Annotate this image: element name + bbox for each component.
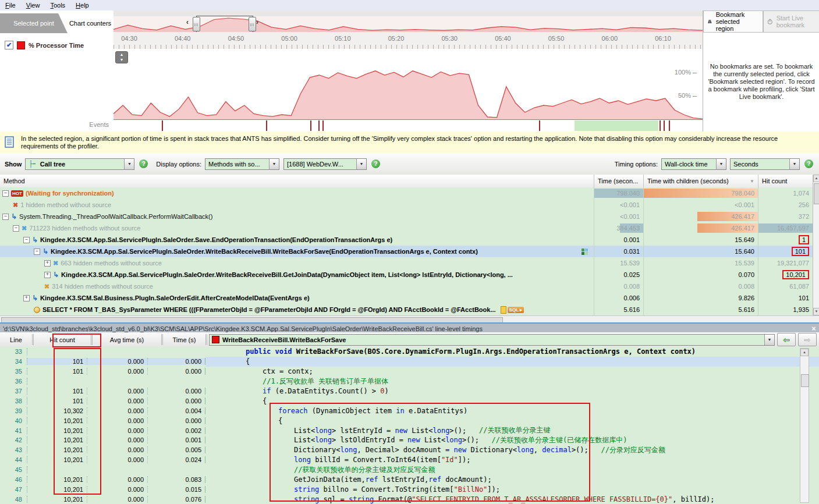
code-line[interactable]: 4210,2010.0000.001List<long> lstOldEntry… [0,435,819,445]
tree-value-time-with-children: 9.826 [738,292,758,304]
help-icon[interactable]: ? [804,159,813,168]
code-line[interactable]: 341010.0000.000{ [0,357,819,367]
code-line[interactable]: 45//获取关联预收单的分录主键及对应反写金额 [0,465,819,475]
event-marker [539,120,540,131]
collapse-icon[interactable]: − [2,190,9,197]
code-line[interactable]: 4410,2010.0000.024long billId = Convert.… [0,455,819,465]
collapse-icon[interactable]: − [23,237,30,243]
tree-row[interactable]: +↳Kingdee.K3.SCM.Sal.Business.PlugIn.Sal… [0,292,819,304]
processor-time-color-swatch [17,41,25,49]
tree-row[interactable]: +↳Kingdee.K3.SCM.App.Sal.ServicePlugIn.S… [0,269,819,281]
source-column-time[interactable]: Time (s) [163,334,207,345]
line-hit-count: 10,201 [27,496,87,503]
time-units-dropdown[interactable]: Seconds ▼ [730,158,800,170]
event-marker [322,120,324,131]
tree-row[interactable]: −↳Kingdee.K3.SCM.App.Sal.ServicePlugIn.S… [0,246,819,257]
timeline-overview-strip[interactable]: ‹ ||| ||| › [114,10,703,33]
time-tick-label: 05:50 [548,35,565,42]
menu-help[interactable]: Help [70,1,94,9]
code-line[interactable]: 4610,2010.0000.083GetJoinData(item,ref l… [0,475,819,485]
source-column-avg-time[interactable]: Avg time (s) [93,334,163,345]
code-line[interactable]: 4010,2010.0000.000{ [0,416,819,425]
tree-row-method-cell: −↳Kingdee.K3.SCM.App.Sal.ServicePlugIn.S… [0,246,594,257]
bookmark-selected-region-button[interactable]: Bookmark selected region [703,10,763,33]
timing-mode-dropdown[interactable]: Wall-clock time ▼ [661,158,726,170]
line-source-text: { [205,357,819,367]
navigate-forward-button[interactable]: ⇨ [798,333,817,346]
expand-icon[interactable]: + [23,295,30,301]
chart-splitter-button[interactable]: ▲▼ [115,51,128,63]
column-header-method[interactable]: Method [0,175,594,187]
method-selector-dropdown[interactable]: WriteBackReceiveBill.WriteBackForSave ▼ [209,334,775,346]
tree-row[interactable]: ✖314 hidden methods without source0.0080… [0,281,819,292]
events-strip[interactable] [114,119,703,133]
scroll-up-button[interactable]: ▲ [813,175,819,182]
process-dropdown[interactable]: [1688] WebDev.W... ▼ [283,158,367,170]
event-marker [318,120,320,131]
tree-row[interactable]: −HOT(Waiting for synchronization)798.040… [0,187,819,199]
source-column-line[interactable]: Line [0,334,34,345]
code-line[interactable]: 4110,2010.0000.002List<long> lstEntryId … [0,425,819,435]
bookmarks-empty-message: No bookmarks are set. To bookmark the cu… [708,63,815,101]
tree-cell-time-with-children: 798.040 [643,187,758,199]
call-tree-vertical-scrollbar[interactable]: ▲ ▼ [813,175,819,315]
line-avg-time: 0.000 [87,368,148,375]
selection-left-handle[interactable]: ||| [193,17,200,31]
overview-selection-window[interactable] [196,16,253,33]
scroll-up-button[interactable]: ▲ [800,349,809,356]
menu-view[interactable]: View [21,1,45,9]
line-avg-time: 0.000 [87,427,148,434]
tree-row[interactable]: +✖663 hidden methods without source15.53… [0,257,819,269]
scrollbar-thumb[interactable] [801,374,809,387]
tree-value-hit-count: 372 [799,211,813,222]
source-column-hit-count[interactable]: Hit count [34,334,93,345]
tree-cell-time: 0.031 [594,246,643,257]
start-live-bookmark-button[interactable]: Start Live bookmark [763,10,819,33]
menu-tools[interactable]: Tools [45,1,70,9]
code-line[interactable]: 4710,2010.0000.015string billno = Conver… [0,484,819,494]
tree-row[interactable]: −✖711223 hidden methods without source38… [0,222,819,234]
collapse-icon[interactable]: − [13,225,19,232]
tree-row[interactable]: −↳System.Threading._ThreadPoolWaitCallba… [0,211,819,222]
source-file-path: 'd:\SVN\k3cloud_std\branches\k3cloud_std… [0,325,809,332]
line-number: 35 [0,368,27,375]
tree-row[interactable]: ✖1 hidden method without source<0.001<0.… [0,199,819,211]
tree-row-label: 711223 hidden methods without source [29,225,140,232]
close-icon[interactable]: × [809,325,819,333]
tree-value-time-with-children: 0.070 [738,269,758,281]
display-options-dropdown[interactable]: Methods with so... ▼ [205,158,279,170]
navigate-back-button[interactable]: ⇦ [777,333,796,346]
code-line[interactable]: 351010.0000.000ctx = contx; [0,367,819,377]
code-line[interactable]: 36//1.反写收款单 关联销售订单子单据体 [0,377,819,386]
source-vertical-scrollbar[interactable]: ▲ [800,348,809,503]
tree-value-time: 5.616 [623,304,643,315]
selection-right-handle[interactable]: ||| [249,17,256,31]
tree-row[interactable]: SELECT * FROM T_BAS_SysParameter WHERE (… [0,304,819,315]
expand-icon[interactable]: + [44,272,51,278]
processor-time-checkbox[interactable]: ✔ [5,41,13,49]
scrollbar-thumb[interactable] [814,183,819,204]
cpu-usage-chart[interactable]: ▲▼ 100% 50% [114,49,703,120]
view-mode-dropdown[interactable]: ├╴ Call tree ▼ [25,158,134,170]
expand-icon[interactable]: + [44,260,51,267]
column-header-hit-count[interactable]: Hit count [758,175,813,187]
tree-cell-hit-count: 61,087 [758,281,813,292]
menu-file[interactable]: File [0,1,21,9]
tab-selected-point[interactable]: Selected point [0,13,68,33]
collapse-icon[interactable]: − [34,249,40,255]
code-line[interactable]: 4310,2010.0000.005Dictionary<long, Decim… [0,445,819,455]
code-line[interactable]: 4810,2010.0000.076string sql = string.Fo… [0,494,819,504]
code-line[interactable]: 33public void WriteBackForSave(BOS.Core.… [0,347,819,357]
help-icon[interactable]: ? [371,159,380,168]
view-source-icon[interactable] [582,249,588,255]
tab-chart-counters[interactable]: Chart counters [68,13,113,33]
collapse-icon[interactable]: − [2,214,9,220]
column-header-time-with-children[interactable]: Time with children (seconds)▼ [643,175,758,187]
scroll-down-button[interactable]: ▼ [813,308,819,315]
tree-row[interactable]: −↳Kingdee.K3.SCM.App.Sal.ServicePlugIn.S… [0,234,819,246]
column-header-time[interactable]: Time (secon... [594,175,643,187]
code-line[interactable]: 3910,3020.0000.004foreach (DynamicObject… [0,406,819,416]
help-icon[interactable]: ? [139,159,148,168]
code-line[interactable]: 381010.0000.000{ [0,396,819,406]
code-line[interactable]: 371010.0000.000if (e.DataEntitys.Count()… [0,386,819,396]
